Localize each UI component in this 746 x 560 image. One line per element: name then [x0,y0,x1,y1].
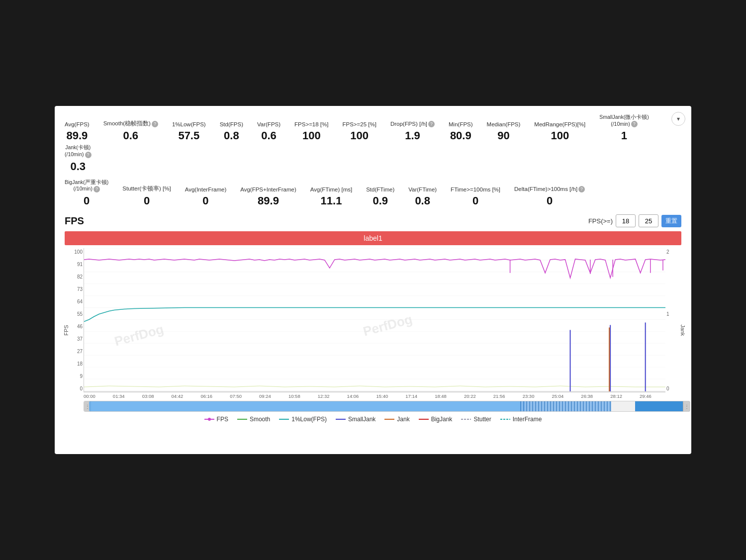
metric-stutter: Stutter(卡顿率) [%] 0 [122,185,171,207]
legend-interframe: InterFrame [500,416,542,423]
metric-var-fps-label: Var(FPS) [257,121,280,127]
metric-fps25-value: 100 [350,129,369,142]
metric-avg-fps: Avg(FPS) 89.9 [65,121,90,142]
legend-smalljank-icon [336,417,346,422]
metric-var-ftime-label: Var(FTime) [408,187,437,192]
metric-bigjank: BigJank(严重卡顿)(/10min)? 0 [65,179,108,207]
metric-delta-ftime-value: 0 [547,194,553,207]
metric-median-fps: Median(FPS) 90 [487,121,521,142]
metric-var-fps-value: 0.6 [261,129,277,142]
scrollbar[interactable]: ⋮ ⋮ [84,401,690,412]
metric-medrange: MedRange(FPS)[%] 100 [534,121,585,142]
metric-fps25-label: FPS>=25 [%] [342,121,376,127]
legend-low1pct-icon [279,417,289,422]
metric-min-fps: Min(FPS) 80.9 [449,121,473,142]
chart-container: FPS Jank 100 91 82 73 64 55 46 37 27 18 … [70,248,676,412]
legend-smalljank: SmallJank [336,416,375,423]
metric-avg-interframe-value: 0 [202,194,208,207]
metric-ftime100: FTime>=100ms [%] 0 [451,187,500,207]
metric-fps18-label: FPS>=18 [%] [294,121,328,127]
metric-ftime100-label: FTime>=100ms [%] [451,187,500,192]
metric-low1pct: 1%Low(FPS) 57.5 [172,121,206,142]
metric-low1pct-value: 57.5 [178,129,199,142]
metric-median-fps-label: Median(FPS) [487,121,521,127]
metric-median-fps-value: 90 [497,129,509,142]
legend-interframe-label: InterFrame [513,416,542,423]
x-axis-ticks: 00:00 01:34 03:08 04:42 06:16 07:50 09:2… [84,393,652,399]
dropdown-button[interactable]: ▾ [671,112,685,126]
metric-medrange-label: MedRange(FPS)[%] [534,121,585,127]
legend-bigjank-icon [419,417,429,422]
main-panel: ▾ Avg(FPS) 89.9 Smooth(稳帧指数)? 0.6 1%Low(… [55,106,691,454]
legend-fps-icon [204,417,214,422]
scrollbar-detail-section[interactable] [520,401,611,411]
fps-header-row: FPS FPS(>=) 重置 [65,214,681,227]
main-chart-svg [84,248,665,392]
metric-smooth-label: Smooth(稳帧指数)? [103,120,158,127]
y-ticks-right: 2 1 0 [665,248,676,392]
metric-avg-fps-interframe: Avg(FPS+InterFrame) 89.9 [240,187,296,207]
legend-jank-label: Jank [397,416,409,423]
metric-delta-ftime: Delta(FTime)>100ms [/h]? 0 [514,186,585,207]
legend-smalljank-label: SmallJank [348,416,375,423]
metric-fps18: FPS>=18 [%] 100 [294,121,328,142]
metric-jank-value: 0.3 [70,160,86,173]
metric-avg-fps-interframe-label: Avg(FPS+InterFrame) [240,187,296,192]
metric-low1pct-label: 1%Low(FPS) [172,121,206,127]
legend-smooth-icon [237,417,247,422]
metrics-row-2: BigJank(严重卡顿)(/10min)? 0 Stutter(卡顿率) [%… [65,179,681,209]
y-axis-jank-label: Jank [679,324,685,336]
metric-smalljank-value: 1 [621,129,627,142]
bigjank-info-icon[interactable]: ? [93,186,100,192]
reset-button[interactable]: 重置 [661,215,681,227]
legend-smooth: Smooth [237,416,270,423]
metric-avg-fps-value: 89.9 [66,129,88,142]
y-axis-fps-label: FPS [63,325,69,335]
smooth-info-icon[interactable]: ? [152,121,158,127]
metric-fps18-value: 100 [302,129,321,142]
metric-avg-fps-label: Avg(FPS) [65,121,90,127]
metric-std-fps-value: 0.8 [224,129,239,142]
legend-stutter-icon [461,417,471,422]
metric-var-fps: Var(FPS) 0.6 [257,121,280,142]
metric-fps25: FPS>=25 [%] 100 [342,121,376,142]
legend-jank-icon [384,417,394,422]
metric-avg-ftime-label: Avg(FTime) [ms] [310,187,352,192]
metric-std-fps: Std(FPS) 0.8 [220,121,243,142]
fps-gte-label: FPS(>=) [588,217,613,225]
metric-stutter-label: Stutter(卡顿率) [%] [122,185,171,192]
metric-bigjank-value: 0 [84,194,90,207]
legend-interframe-icon [500,417,510,422]
metric-jank: Jank(卡顿)(/10min)? 0.3 [65,144,92,173]
legend-bigjank: BigJank [419,416,453,423]
metric-drop-fps: Drop(FPS) [/h]? 1.9 [390,121,435,142]
fps-title: FPS [65,215,84,227]
metric-avg-fps-interframe-value: 89.9 [258,194,279,207]
scroll-handle-right[interactable]: ⋮ [683,401,690,411]
metric-bigjank-label: BigJank(严重卡顿)(/10min)? [65,179,108,192]
metric-avg-interframe-label: Avg(InterFrame) [185,187,227,192]
metric-min-fps-label: Min(FPS) [449,121,473,127]
metric-var-ftime: Var(FTime) 0.8 [408,187,437,207]
metric-avg-ftime: Avg(FTime) [ms] 11.1 [310,187,352,207]
metric-jank-label: Jank(卡顿)(/10min)? [65,144,92,158]
metric-ftime100-value: 0 [472,194,478,207]
drop-fps-info-icon[interactable]: ? [428,121,435,127]
svg-point-23 [208,418,211,421]
label-bar-text: label1 [364,234,382,242]
legend-fps: FPS [204,416,228,423]
smalljank-info-icon[interactable]: ? [631,121,638,127]
metric-smalljank-label: SmallJank(微小卡顿)(/10min)? [599,114,649,127]
metric-var-ftime-value: 0.8 [415,194,430,207]
metric-std-ftime: Std(FTime) 0.9 [366,187,394,207]
fps-input-18[interactable] [616,214,636,227]
scrollbar-main-thumb[interactable] [89,401,525,411]
scrollbar-track[interactable] [84,401,690,411]
legend-low1pct: 1%Low(FPS) [279,416,327,423]
jank-info-icon[interactable]: ? [85,152,92,158]
delta-ftime-info-icon[interactable]: ? [578,186,585,192]
y-ticks-left: 100 91 82 73 64 55 46 37 27 18 9 0 [70,248,84,392]
fps-input-25[interactable] [639,214,658,227]
outer-container: ▾ Avg(FPS) 89.9 Smooth(稳帧指数)? 0.6 1%Low(… [0,0,746,560]
scrollbar-right-thumb[interactable] [635,401,690,411]
